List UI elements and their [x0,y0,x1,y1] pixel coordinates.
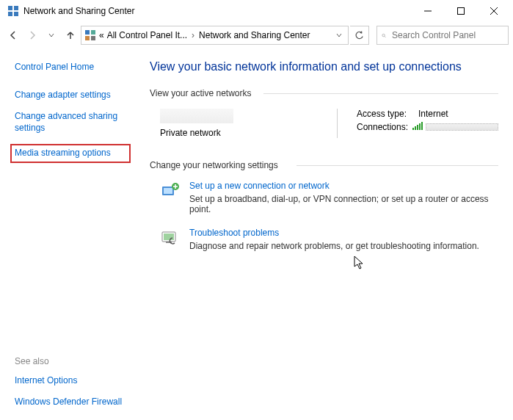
toolbar: « All Control Panel It... › Network and … [0,22,513,48]
breadcrumb-item[interactable]: Network and Sharing Center [199,30,310,40]
media-streaming-options-link[interactable]: Media streaming options [10,144,131,163]
svg-rect-9 [91,30,95,35]
svg-point-12 [382,34,385,36]
svg-rect-14 [412,128,414,130]
breadcrumb-item[interactable]: All Control Panel It... [107,30,187,40]
up-button[interactable] [62,26,79,44]
change-advanced-sharing-link[interactable]: Change advanced sharing settings [15,111,128,134]
svg-rect-8 [85,30,90,35]
maximize-button[interactable] [444,0,477,22]
forward-button[interactable] [23,26,41,44]
setup-connection-desc: Set up a broadband, dial-up, or VPN conn… [189,194,498,214]
svg-rect-16 [417,125,418,130]
search-input[interactable] [390,29,503,41]
windows-defender-firewall-link[interactable]: Windows Defender Firewall [15,397,128,408]
troubleshoot-link[interactable]: Troubleshoot problems [189,228,479,238]
internet-options-link[interactable]: Internet Options [15,375,128,387]
refresh-button[interactable] [350,26,369,45]
svg-rect-17 [419,123,421,130]
page-title: View your basic network information and … [150,60,498,73]
window-title: Network and Sharing Center [23,6,411,16]
chevron-right-icon: › [192,30,194,40]
address-dropdown[interactable] [333,30,345,40]
app-icon [7,5,19,17]
svg-line-13 [385,36,386,37]
svg-rect-0 [8,6,12,10]
setup-connection-link[interactable]: Set up a new connection or network [189,181,498,191]
change-adapter-settings-link[interactable]: Change adapter settings [15,90,128,101]
breadcrumb-prefix: « [99,30,104,40]
troubleshoot-item: Troubleshoot problems Diagnose and repai… [150,228,498,251]
svg-rect-18 [421,122,423,130]
svg-rect-3 [14,12,18,16]
troubleshoot-desc: Diagnose and repair network problems, or… [189,241,479,251]
connections-label: Connections: [357,122,412,132]
see-also-label: See also [15,356,128,366]
connection-link[interactable] [426,123,498,131]
signal-icon [412,122,423,132]
title-bar: Network and Sharing Center [0,0,513,22]
svg-rect-15 [415,126,416,130]
search-icon [382,31,386,40]
active-networks-header: View your active networks [150,88,498,98]
close-button[interactable] [477,0,510,22]
svg-rect-11 [91,36,95,40]
svg-rect-5 [457,8,464,15]
svg-rect-10 [85,36,90,40]
search-box[interactable] [376,26,509,45]
svg-rect-20 [164,188,172,194]
sidebar: Control Panel Home Change adapter settin… [0,48,138,420]
address-bar[interactable]: « All Control Panel It... › Network and … [81,26,349,45]
main-panel: View your basic network information and … [138,48,513,420]
setup-connection-icon [160,181,181,201]
network-type: Private network [160,128,233,138]
setup-connection-item: Set up a new connection or network Set u… [150,181,498,214]
control-panel-home-link[interactable]: Control Panel Home [15,62,128,73]
svg-rect-2 [8,12,12,16]
history-dropdown[interactable] [43,26,60,44]
svg-rect-1 [14,6,18,10]
back-button[interactable] [4,26,22,44]
network-name [160,109,233,123]
change-settings-header: Change your networking settings [150,160,498,170]
svg-rect-23 [164,233,174,240]
access-type-value: Internet [418,109,448,119]
control-panel-icon [84,29,96,41]
troubleshoot-icon [160,228,181,248]
minimize-button[interactable] [411,0,444,22]
access-type-label: Access type: [357,109,418,119]
